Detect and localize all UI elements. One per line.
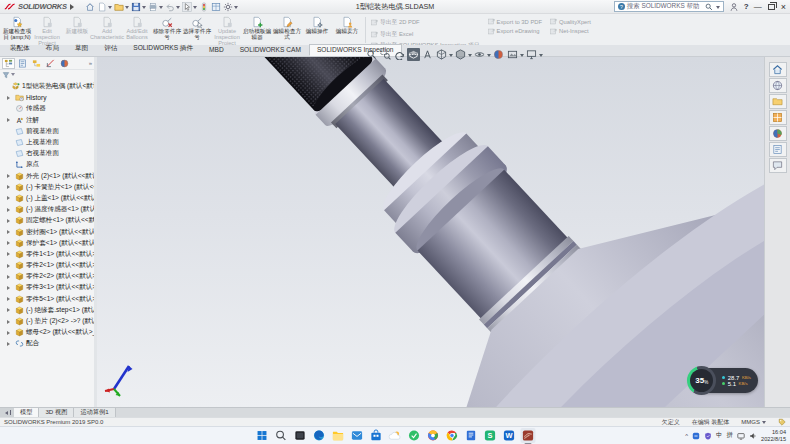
doc-tab-nav[interactable]	[0, 408, 14, 417]
tree-item[interactable]: 保护套<1> (默认<<默认>_显示状态	[0, 238, 94, 249]
remove-balloons-button[interactable]: 移除零件序号	[152, 15, 182, 45]
expand-arrow-icon[interactable]	[7, 320, 12, 324]
taskbar-app-colorwheel-icon[interactable]	[426, 428, 441, 443]
display-lights-button[interactable]	[198, 1, 210, 13]
dropdown-caret-icon[interactable]	[234, 6, 238, 11]
tree-item[interactable]: 零件5<1> (默认<<默认>_显示状态	[0, 294, 94, 305]
restore-button[interactable]	[768, 4, 775, 10]
ime-indicator[interactable]: 中	[716, 431, 723, 440]
print-button[interactable]	[147, 1, 164, 13]
tree-item[interactable]: 外壳 (2)<1> (默认<<默认>_显示状	[0, 171, 94, 182]
tree-item[interactable]: (-) 垫片 (2)<2> ->? (默认<<默认>	[0, 316, 94, 327]
taskbar-app-notebook-icon[interactable]	[464, 428, 479, 443]
zoom-area-button[interactable]	[379, 48, 392, 61]
tree-item[interactable]: 原点	[0, 159, 94, 170]
expand-arrow-icon[interactable]	[7, 252, 12, 256]
edit-methods-button[interactable]: 编辑检查方式	[272, 15, 302, 45]
view-palette-icon[interactable]	[769, 110, 787, 125]
select-balloons-button[interactable]: 选择零件序号	[182, 15, 212, 45]
taskbar-app-green-icon[interactable]	[407, 428, 422, 443]
taskbar-search-icon[interactable]	[274, 428, 289, 443]
apply-scene-caret-icon[interactable]	[520, 54, 524, 59]
sign-in-icon[interactable]	[729, 2, 739, 12]
expand-arrow-icon[interactable]	[7, 342, 12, 346]
custom-properties-icon[interactable]	[769, 142, 787, 157]
hide-show-items-caret-icon[interactable]	[487, 54, 491, 59]
taskbar-mail-icon[interactable]	[350, 428, 365, 443]
minimize-button[interactable]: —	[754, 4, 762, 10]
menu-expand-arrow[interactable]	[70, 4, 77, 10]
update-inspection-project-button[interactable]: Update Inspection Project	[212, 15, 242, 45]
expand-arrow-icon[interactable]	[7, 286, 12, 290]
doc-tab-3D-视图[interactable]: 3D 视图	[39, 408, 74, 417]
new-document-button[interactable]	[96, 1, 113, 13]
view-orientation-caret-icon[interactable]	[449, 54, 453, 59]
edit-vendors-button[interactable]: 编辑卖方	[332, 15, 362, 45]
taskbar-task-view-icon[interactable]	[293, 428, 308, 443]
tree-item[interactable]: 密封圈<1> (默认<<默认>_显示状	[0, 226, 94, 237]
file-explorer-icon[interactable]	[769, 94, 787, 109]
display-cast-icon[interactable]	[737, 432, 745, 440]
tray-expand-icon[interactable]: ^	[685, 433, 688, 439]
expand-arrow-icon[interactable]	[7, 118, 12, 122]
doc-tab-prev-icon[interactable]	[3, 411, 8, 415]
expand-arrow-icon[interactable]	[7, 331, 12, 335]
displaymanager-tab[interactable]	[58, 58, 71, 69]
edit-operations-button[interactable]: 编辑操作	[302, 15, 332, 45]
expand-arrow-icon[interactable]	[7, 241, 12, 245]
home-icon[interactable]	[769, 62, 787, 77]
view-settings-button[interactable]	[525, 48, 538, 61]
hide-show-items-button[interactable]	[473, 48, 486, 61]
search-dropdown-caret[interactable]	[716, 6, 720, 11]
expand-arrow-icon[interactable]	[7, 275, 12, 279]
export-item[interactable]: QualityXpert	[550, 18, 591, 25]
taskbar-solidworks-icon[interactable]	[521, 428, 536, 443]
save-button[interactable]	[130, 1, 147, 13]
select-button[interactable]	[181, 1, 198, 13]
expand-arrow-icon[interactable]	[7, 264, 12, 268]
edit-appearance-button[interactable]	[492, 48, 505, 61]
dropdown-caret-icon[interactable]	[193, 6, 197, 11]
expand-arrow-icon[interactable]	[7, 308, 12, 312]
ribbon-tab-mbd[interactable]: MBD	[201, 44, 232, 56]
tree-filter-row[interactable]	[0, 70, 94, 80]
export-item[interactable]: Export eDrawing	[488, 28, 542, 35]
configurationmanager-tab[interactable]	[30, 58, 43, 69]
security-shield-icon[interactable]	[704, 432, 712, 440]
edit-inspection-project-button[interactable]: Edit Inspection Project	[32, 15, 62, 45]
appearances-icon[interactable]	[769, 126, 787, 141]
3d-model[interactable]	[97, 57, 764, 407]
annotation-views-button[interactable]	[421, 48, 434, 61]
add-characteristic-button[interactable]: Add Characteristic	[92, 15, 122, 45]
open-button[interactable]	[113, 1, 130, 13]
ribbon-tab-草图[interactable]: 草图	[67, 42, 96, 56]
options-button[interactable]	[222, 1, 239, 13]
clock[interactable]: 16:04 2022/8/15	[761, 429, 786, 441]
taskbar-app-s-icon[interactable]: S	[483, 428, 498, 443]
ime-mode-indicator[interactable]: 拼	[727, 431, 734, 440]
dropdown-caret-icon[interactable]	[159, 6, 163, 11]
display-grid-button[interactable]	[210, 1, 222, 13]
ribbon-tab-评估[interactable]: 评估	[96, 42, 125, 56]
export-item[interactable]: Export to 3D PDF	[488, 18, 542, 25]
tree-item[interactable]: (-) 卡簧垫片<1> (默认<<默认>_显	[0, 182, 94, 193]
launch-template-editor-button[interactable]: 启动模板编辑器	[242, 15, 272, 45]
expand-arrow-icon[interactable]	[7, 96, 12, 100]
propertymanager-tab[interactable]	[16, 58, 29, 69]
home-button[interactable]	[84, 1, 96, 13]
taskbar-start-icon[interactable]	[255, 428, 270, 443]
taskbar-file-explorer-icon[interactable]	[331, 428, 346, 443]
forum-icon[interactable]	[769, 158, 787, 173]
dropdown-caret-icon[interactable]	[125, 6, 129, 11]
panel-tabs-overflow-icon[interactable]: »	[89, 60, 92, 66]
filter-dropdown-caret[interactable]	[11, 73, 15, 78]
ribbon-tab-solidworks-插件[interactable]: SOLIDWORKS 插件	[125, 42, 201, 56]
units-selector[interactable]: MMGS	[741, 419, 766, 426]
tree-item[interactable]: 传感器	[0, 103, 94, 114]
display-style-caret-icon[interactable]	[468, 54, 472, 59]
graphics-viewport[interactable]: 35% 28.7KB/s5.1KB/s	[97, 57, 764, 407]
new-template-button[interactable]: 新建模板	[62, 15, 92, 45]
ribbon-tab-solidworks-cam[interactable]: SOLIDWORKS CAM	[232, 44, 309, 56]
view-settings-caret-icon[interactable]	[539, 54, 543, 59]
tree-item[interactable]: 右视基准面	[0, 148, 94, 159]
